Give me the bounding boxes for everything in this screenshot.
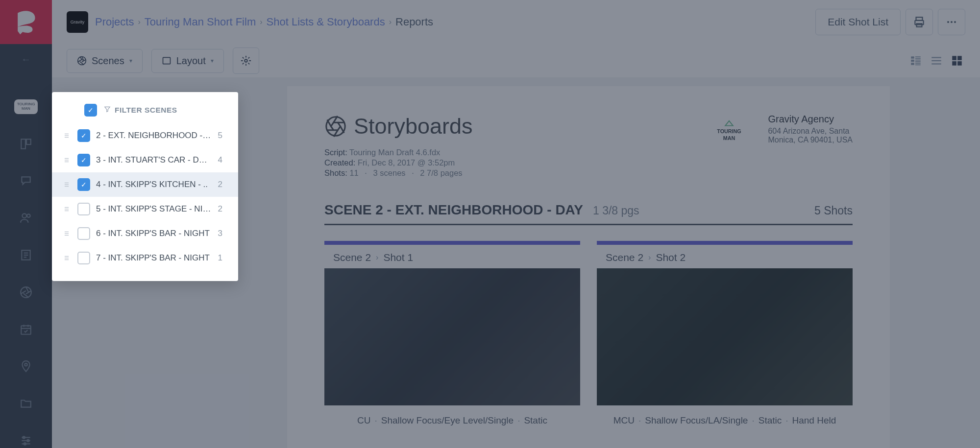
filter-scene-item[interactable]: 7 - INT. SKIPP'S BAR - NIGHT1 — [52, 246, 238, 270]
scene-filter-name: 4 - INT. SKIPP'S KITCHEN - .. — [96, 180, 212, 189]
scene-checkbox[interactable]: ✓ — [77, 129, 90, 142]
drag-handle-icon[interactable] — [62, 156, 72, 165]
svg-rect-49 — [65, 135, 69, 136]
svg-rect-52 — [65, 160, 69, 160]
scene-checkbox[interactable] — [77, 203, 90, 215]
svg-rect-53 — [65, 162, 69, 162]
scene-filter-count: 5 — [218, 131, 222, 141]
drag-handle-icon[interactable] — [62, 131, 72, 140]
svg-rect-56 — [65, 186, 69, 187]
scene-filter-count: 2 — [218, 204, 222, 214]
scene-filter-count: 1 — [218, 253, 222, 263]
filter-scene-item[interactable]: ✓4 - INT. SKIPP'S KITCHEN - ..2 — [52, 172, 238, 197]
scene-checkbox[interactable]: ✓ — [77, 178, 90, 191]
scene-filter-name: 5 - INT. SKIPP'S STAGE - NIGHT — [96, 204, 212, 214]
svg-rect-61 — [65, 233, 69, 234]
filter-all-checkbox[interactable]: ✓ — [84, 104, 97, 117]
filter-scene-item[interactable]: 6 - INT. SKIPP'S BAR - NIGHT3 — [52, 221, 238, 246]
filter-scenes-label: FILTER SCENES — [115, 106, 177, 115]
svg-rect-62 — [65, 235, 69, 236]
filter-scene-item[interactable]: ✓3 - INT. STUART'S CAR - DUSK4 — [52, 148, 238, 172]
filter-scenes-panel: ✓ FILTER SCENES ✓2 - EXT. NEIGHBORHOOD -… — [52, 92, 238, 281]
svg-rect-59 — [65, 211, 69, 211]
scene-checkbox[interactable] — [77, 227, 90, 240]
svg-rect-63 — [65, 256, 69, 257]
svg-rect-58 — [65, 209, 69, 209]
scene-filter-name: 3 - INT. STUART'S CAR - DUSK — [96, 155, 212, 165]
drag-handle-icon[interactable] — [62, 205, 72, 213]
scene-filter-count: 4 — [218, 155, 222, 165]
scene-filter-name: 7 - INT. SKIPP'S BAR - NIGHT — [96, 253, 212, 263]
svg-rect-65 — [65, 259, 69, 260]
svg-rect-57 — [65, 207, 69, 208]
scene-checkbox[interactable]: ✓ — [77, 154, 90, 166]
svg-rect-48 — [65, 134, 69, 134]
filter-scenes-header: ✓ FILTER SCENES — [52, 104, 238, 123]
drag-handle-icon[interactable] — [62, 254, 72, 262]
svg-rect-51 — [65, 158, 69, 159]
filter-scene-item[interactable]: 5 - INT. SKIPP'S STAGE - NIGHT2 — [52, 197, 238, 221]
scene-filter-count: 3 — [218, 229, 222, 238]
svg-rect-60 — [65, 232, 69, 232]
svg-rect-54 — [65, 183, 69, 183]
scene-filter-count: 2 — [218, 180, 222, 189]
svg-rect-64 — [65, 258, 69, 258]
scene-checkbox[interactable] — [77, 252, 90, 264]
filter-icon — [104, 106, 111, 115]
svg-rect-50 — [65, 137, 69, 138]
filter-scene-item[interactable]: ✓2 - EXT. NEIGHBORHOOD - DAY5 — [52, 123, 238, 148]
drag-handle-icon[interactable] — [62, 180, 72, 189]
scene-filter-name: 2 - EXT. NEIGHBORHOOD - DAY — [96, 131, 212, 141]
scene-filter-name: 6 - INT. SKIPP'S BAR - NIGHT — [96, 229, 212, 238]
svg-rect-55 — [65, 184, 69, 185]
drag-handle-icon[interactable] — [62, 229, 72, 238]
